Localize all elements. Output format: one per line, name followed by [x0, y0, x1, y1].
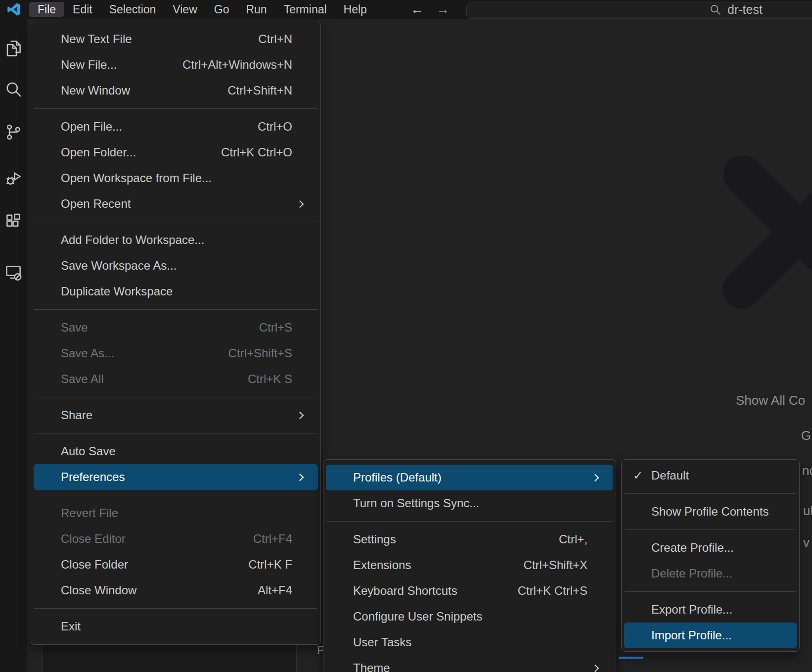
menubar-item-terminal[interactable]: Terminal	[275, 2, 335, 17]
menu-item-label: New File...	[61, 58, 182, 72]
arrow-slot	[295, 374, 306, 384]
menu-item-label: Open Folder...	[61, 145, 221, 159]
search-icon[interactable]	[4, 80, 23, 98]
menu-item-auto-save[interactable]: Auto Save	[34, 438, 318, 464]
menu-separator	[34, 608, 317, 609]
run-debug-icon[interactable]	[4, 169, 23, 188]
menu-item-label: Save	[61, 321, 259, 335]
menu-item-settings[interactable]: SettingsCtrl+,	[326, 527, 613, 552]
menu-separator	[34, 495, 317, 495]
arrow-slot	[295, 147, 306, 158]
menu-item-shortcut: Ctrl+F4	[253, 532, 292, 546]
title-bar: FileEditSelectionViewGoRunTerminalHelp ←…	[0, 0, 812, 19]
activity-bar	[0, 19, 27, 672]
menu-item-export-profile[interactable]: Export Profile...	[624, 597, 797, 623]
menu-item-save-workspace-as[interactable]: Save Workspace As...	[34, 253, 318, 279]
menu-item-open-folder[interactable]: Open Folder...Ctrl+K Ctrl+O	[34, 140, 318, 165]
source-control-icon[interactable]	[4, 123, 23, 142]
menu-item-add-folder-to-workspace[interactable]: Add Folder to Workspace...	[34, 227, 318, 253]
background-text-fragment: v	[803, 535, 810, 550]
menu-item-shortcut: Ctrl+Shift+S	[228, 346, 292, 360]
menu-item-close-window[interactable]: Close WindowAlt+F4	[34, 577, 318, 603]
menu-item-duplicate-workspace[interactable]: Duplicate Workspace	[34, 279, 318, 304]
menu-item-save: SaveCtrl+S	[34, 315, 318, 340]
menu-item-keyboard-shortcuts[interactable]: Keyboard ShortcutsCtrl+K Ctrl+S	[326, 578, 613, 604]
menubar: FileEditSelectionViewGoRunTerminalHelp	[29, 2, 375, 17]
menubar-item-file[interactable]: File	[29, 2, 64, 17]
submenu-arrow-icon	[590, 472, 601, 483]
menu-item-extensions[interactable]: ExtensionsCtrl+Shift+X	[326, 552, 613, 578]
menu-item-label: Import Profile...	[651, 628, 771, 642]
remote-explorer-icon[interactable]	[4, 263, 23, 282]
menu-item-label: New Text File	[61, 32, 258, 46]
forward-arrow-button[interactable]: →	[436, 0, 450, 19]
command-center-content[interactable]: dr-test	[709, 0, 763, 19]
menu-item-label: Open Recent	[61, 197, 292, 211]
menubar-item-edit[interactable]: Edit	[64, 2, 101, 17]
menu-item-user-tasks[interactable]: User Tasks	[326, 629, 613, 655]
menu-item-new-window[interactable]: New WindowCtrl+Shift+N	[34, 78, 318, 103]
arrow-slot	[295, 34, 306, 45]
arrow-slot	[590, 534, 601, 545]
menu-item-label: Export Profile...	[651, 603, 771, 617]
command-center-query: dr-test	[727, 2, 763, 17]
menu-item-open-recent[interactable]: Open Recent	[34, 191, 318, 217]
menu-item-create-profile[interactable]: Create Profile...	[624, 535, 797, 561]
arrow-slot	[295, 585, 306, 596]
back-arrow-button[interactable]: ←	[410, 0, 424, 19]
arrow-slot	[295, 508, 306, 519]
menu-item-import-profile[interactable]: Import Profile...	[624, 623, 797, 648]
menu-item-label: Default	[651, 469, 771, 482]
arrow-slot	[295, 173, 306, 184]
menu-item-label: Settings	[353, 532, 559, 546]
menu-item-delete-profile: Delete Profile...	[624, 561, 797, 586]
menu-item-turn-on-settings-sync[interactable]: Turn on Settings Sync...	[326, 490, 613, 516]
explorer-icon[interactable]	[4, 39, 23, 57]
preferences-submenu: Profiles (Default)Turn on Settings Sync.…	[323, 459, 616, 672]
menubar-item-run[interactable]: Run	[237, 2, 275, 17]
menu-item-label: Create Profile...	[651, 541, 771, 555]
menu-item-label: Show Profile Contents	[651, 505, 771, 519]
menubar-item-selection[interactable]: Selection	[101, 2, 165, 17]
arrow-slot	[295, 559, 306, 570]
menu-item-exit[interactable]: Exit	[34, 614, 318, 639]
menu-separator	[34, 108, 317, 109]
menu-item-open-workspace-from-file[interactable]: Open Workspace from File...	[34, 165, 318, 191]
menubar-item-go[interactable]: Go	[206, 2, 238, 17]
menu-item-profiles-default[interactable]: Profiles (Default)	[326, 465, 613, 490]
menu-item-close-editor: Close EditorCtrl+F4	[34, 526, 318, 552]
menu-item-label: Keyboard Shortcuts	[353, 584, 518, 598]
menu-item-label: Close Window	[61, 583, 258, 597]
arrow-slot	[295, 446, 306, 457]
menu-item-shortcut: Ctrl+Shift+X	[524, 558, 587, 572]
arrow-slot	[590, 637, 601, 648]
menu-item-close-folder[interactable]: Close FolderCtrl+K F	[34, 552, 318, 577]
arrow-slot	[590, 498, 601, 509]
file-menu: New Text FileCtrl+NNew File...Ctrl+Alt+W…	[31, 21, 321, 645]
menubar-item-help[interactable]: Help	[335, 2, 375, 17]
arrow-slot	[295, 533, 306, 544]
menu-item-shortcut: Ctrl+,	[559, 532, 587, 546]
menu-item-theme[interactable]: Theme	[326, 655, 613, 672]
menu-separator	[34, 397, 317, 397]
menu-item-label: Close Folder	[61, 558, 248, 572]
menu-item-open-file[interactable]: Open File...Ctrl+O	[34, 114, 318, 140]
arrow-slot	[295, 348, 306, 359]
menu-item-new-file[interactable]: New File...Ctrl+Alt+Windows+N	[34, 52, 318, 78]
menu-item-default[interactable]: ✓Default	[624, 463, 797, 488]
menu-separator	[625, 591, 796, 592]
background-text-fragment: G	[801, 429, 811, 443]
background-text-fragment: ul	[803, 504, 812, 519]
menu-item-show-profile-contents[interactable]: Show Profile Contents	[624, 499, 797, 525]
menu-item-label: Save As...	[61, 346, 228, 360]
menubar-item-view[interactable]: View	[164, 2, 205, 17]
menu-item-share[interactable]: Share	[34, 402, 318, 428]
profiles-submenu: ✓DefaultShow Profile ContentsCreate Prof…	[621, 459, 800, 652]
menu-item-new-text-file[interactable]: New Text FileCtrl+N	[34, 26, 318, 52]
extensions-icon[interactable]	[4, 212, 23, 231]
menu-item-configure-user-snippets[interactable]: Configure User Snippets	[326, 604, 613, 629]
menu-item-shortcut: Ctrl+K F	[248, 558, 292, 572]
menu-item-label: Close Editor	[61, 532, 253, 546]
arrow-slot	[295, 85, 306, 96]
menu-item-preferences[interactable]: Preferences	[34, 464, 318, 490]
